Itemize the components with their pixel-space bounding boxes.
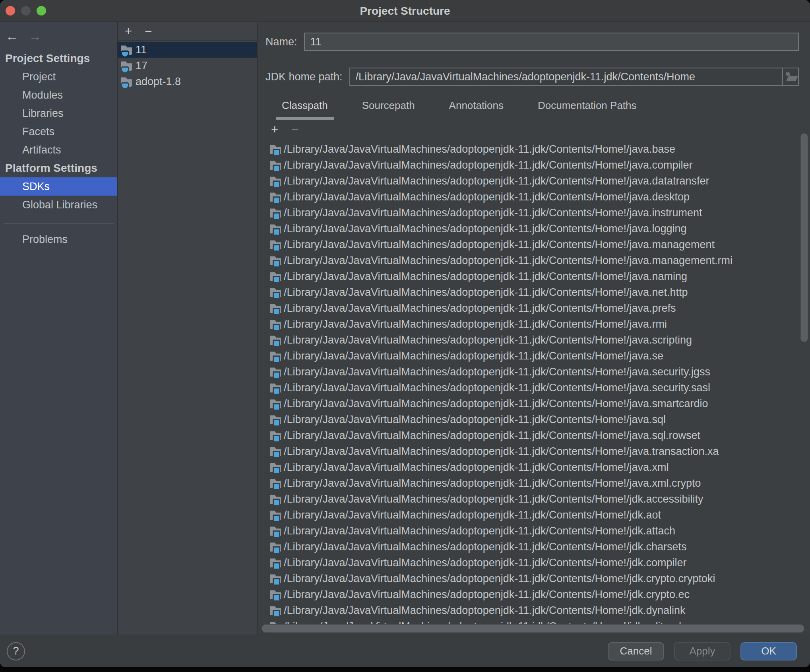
classpath-row[interactable]: /Library/Java/JavaVirtualMachines/adopto… <box>265 173 810 189</box>
browse-button[interactable] <box>782 68 798 85</box>
classpath-row[interactable]: /Library/Java/JavaVirtualMachines/adopto… <box>265 300 810 316</box>
classpath-row[interactable]: /Library/Java/JavaVirtualMachines/adopto… <box>265 284 810 300</box>
sidebar-item-sdks[interactable]: SDKs <box>0 177 117 196</box>
add-sdk-icon[interactable]: + <box>125 25 132 37</box>
sdk-name: 17 <box>136 60 147 72</box>
classpath-entry: /Library/Java/JavaVirtualMachines/adopto… <box>284 429 700 442</box>
remove-sdk-icon[interactable]: − <box>145 25 152 37</box>
library-folder-icon <box>270 510 281 520</box>
classpath-row[interactable]: /Library/Java/JavaVirtualMachines/adopto… <box>265 459 810 475</box>
classpath-row[interactable]: /Library/Java/JavaVirtualMachines/adopto… <box>265 539 810 555</box>
add-classpath-icon[interactable]: + <box>271 122 278 137</box>
classpath-entry: /Library/Java/JavaVirtualMachines/adopto… <box>284 191 690 203</box>
library-folder-icon <box>270 176 281 186</box>
classpath-row[interactable]: /Library/Java/JavaVirtualMachines/adopto… <box>265 555 810 571</box>
project-structure-dialog: Project Structure ← → Project Settings P… <box>0 0 810 667</box>
cancel-button[interactable]: Cancel <box>608 642 664 660</box>
remove-classpath-icon[interactable]: − <box>291 122 298 137</box>
library-folder-icon <box>270 272 281 281</box>
classpath-entry: /Library/Java/JavaVirtualMachines/adopto… <box>284 239 715 251</box>
sidebar-item-project[interactable]: Project <box>0 68 117 86</box>
classpath-row[interactable]: /Library/Java/JavaVirtualMachines/adopto… <box>265 141 810 157</box>
classpath-entry: /Library/Java/JavaVirtualMachines/adopto… <box>284 334 692 346</box>
library-folder-icon <box>270 431 281 440</box>
jdk-home-field-row: JDK home path: <box>265 68 799 86</box>
library-folder-icon <box>270 415 281 424</box>
library-folder-icon <box>270 160 281 170</box>
forward-icon[interactable]: → <box>29 29 41 44</box>
classpath-row[interactable]: /Library/Java/JavaVirtualMachines/adopto… <box>265 602 810 618</box>
library-folder-icon <box>270 303 281 313</box>
sidebar-divider <box>4 223 114 224</box>
library-folder-icon <box>270 478 281 488</box>
sdk-row-17[interactable]: 17 <box>118 58 257 74</box>
library-folder-icon <box>270 335 281 345</box>
classpath-row[interactable]: /Library/Java/JavaVirtualMachines/adopto… <box>265 412 810 427</box>
help-button[interactable]: ? <box>7 642 25 660</box>
classpath-row[interactable]: /Library/Java/JavaVirtualMachines/adopto… <box>265 427 810 443</box>
classpath-entry: /Library/Java/JavaVirtualMachines/adopto… <box>284 366 710 378</box>
classpath-entry: /Library/Java/JavaVirtualMachines/adopto… <box>284 254 732 267</box>
sidebar-item-facets[interactable]: Facets <box>0 122 117 141</box>
classpath-row[interactable]: /Library/Java/JavaVirtualMachines/adopto… <box>265 380 810 396</box>
sidebar-item-problems[interactable]: Problems <box>0 230 117 249</box>
dialog-body: ← → Project Settings Project Modules Lib… <box>0 22 810 635</box>
tab-sourcepath[interactable]: Sourcepath <box>356 95 421 120</box>
vertical-scrollbar-thumb[interactable] <box>800 133 808 342</box>
title-bar: Project Structure <box>0 0 810 22</box>
tab-annotations[interactable]: Annotations <box>443 95 510 120</box>
name-field-row: Name: <box>265 33 799 51</box>
classpath-row[interactable]: /Library/Java/JavaVirtualMachines/adopto… <box>265 571 810 587</box>
sidebar-item-global-libraries[interactable]: Global Libraries <box>0 196 117 214</box>
name-input[interactable] <box>304 33 799 51</box>
library-folder-icon <box>270 144 281 154</box>
sidebar-item-artifacts[interactable]: Artifacts <box>0 141 117 159</box>
sidebar-item-modules[interactable]: Modules <box>0 86 117 104</box>
classpath-row[interactable]: /Library/Java/JavaVirtualMachines/adopto… <box>265 507 810 523</box>
library-folder-icon <box>270 224 281 233</box>
classpath-row[interactable]: /Library/Java/JavaVirtualMachines/adopto… <box>265 189 810 205</box>
classpath-row[interactable]: /Library/Java/JavaVirtualMachines/adopto… <box>265 237 810 252</box>
tab-classpath[interactable]: Classpath <box>276 95 334 120</box>
apply-button[interactable]: Apply <box>674 642 731 660</box>
back-icon[interactable]: ← <box>6 29 18 44</box>
classpath-entry: /Library/Java/JavaVirtualMachines/adopto… <box>284 175 709 187</box>
dialog-footer: ? Cancel Apply OK <box>0 635 810 667</box>
classpath-entry: /Library/Java/JavaVirtualMachines/adopto… <box>284 382 710 394</box>
open-folder-icon <box>785 72 796 81</box>
classpath-entry: /Library/Java/JavaVirtualMachines/adopto… <box>284 509 661 521</box>
library-folder-icon <box>270 367 281 377</box>
sdk-editor-panel: Name: JDK home path: Classpath Sourcepat… <box>258 22 810 635</box>
library-folder-icon <box>270 208 281 218</box>
classpath-row[interactable]: /Library/Java/JavaVirtualMachines/adopto… <box>265 252 810 268</box>
classpath-row[interactable]: /Library/Java/JavaVirtualMachines/adopto… <box>265 475 810 491</box>
jdk-home-path-field <box>349 68 799 86</box>
classpath-row[interactable]: /Library/Java/JavaVirtualMachines/adopto… <box>265 364 810 380</box>
classpath-row[interactable]: /Library/Java/JavaVirtualMachines/adopto… <box>265 443 810 459</box>
classpath-row[interactable]: /Library/Java/JavaVirtualMachines/adopto… <box>265 396 810 412</box>
library-folder-icon <box>270 383 281 392</box>
classpath-row[interactable]: /Library/Java/JavaVirtualMachines/adopto… <box>265 523 810 539</box>
classpath-row[interactable]: /Library/Java/JavaVirtualMachines/adopto… <box>265 268 810 284</box>
tab-documentation-paths[interactable]: Documentation Paths <box>532 95 643 120</box>
horizontal-scrollbar-thumb[interactable] <box>262 624 804 633</box>
classpath-row[interactable]: /Library/Java/JavaVirtualMachines/adopto… <box>265 587 810 602</box>
classpath-row[interactable]: /Library/Java/JavaVirtualMachines/adopto… <box>265 205 810 221</box>
classpath-entry: /Library/Java/JavaVirtualMachines/adopto… <box>284 461 669 474</box>
sdk-row-11[interactable]: 11 <box>118 42 257 58</box>
library-folder-icon <box>270 606 281 615</box>
library-folder-icon <box>270 351 281 361</box>
classpath-row[interactable]: /Library/Java/JavaVirtualMachines/adopto… <box>265 332 810 348</box>
classpath-row[interactable]: /Library/Java/JavaVirtualMachines/adopto… <box>265 348 810 364</box>
jdk-home-path-input[interactable] <box>350 68 782 85</box>
classpath-entry: /Library/Java/JavaVirtualMachines/adopto… <box>284 604 686 617</box>
sdk-row-adopt-1-8[interactable]: adopt-1.8 <box>118 74 257 89</box>
classpath-row[interactable]: /Library/Java/JavaVirtualMachines/adopto… <box>265 221 810 237</box>
sidebar-item-libraries[interactable]: Libraries <box>0 104 117 122</box>
classpath-row[interactable]: /Library/Java/JavaVirtualMachines/adopto… <box>265 491 810 507</box>
classpath-row[interactable]: /Library/Java/JavaVirtualMachines/adopto… <box>265 316 810 332</box>
classpath-entry: /Library/Java/JavaVirtualMachines/adopto… <box>284 350 663 362</box>
ok-button[interactable]: OK <box>740 642 797 660</box>
classpath-row[interactable]: /Library/Java/JavaVirtualMachines/adopto… <box>265 157 810 173</box>
classpath-entry: /Library/Java/JavaVirtualMachines/adopto… <box>284 302 676 315</box>
